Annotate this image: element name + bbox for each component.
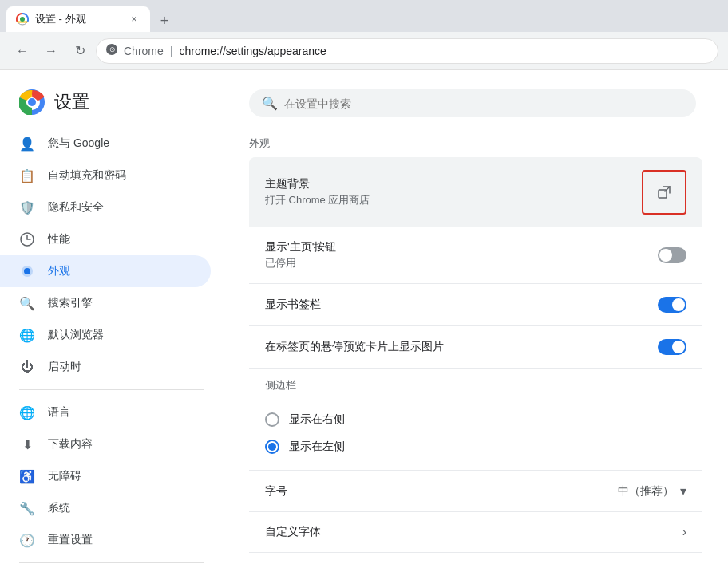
theme-row[interactable]: 主题背景 打开 Chrome 应用商店 <box>249 157 702 227</box>
search-icon: 🔍 <box>262 96 278 111</box>
svg-point-10 <box>24 268 30 274</box>
toggle-thumb-3 <box>672 341 685 353</box>
sidebar-item-label-google: 您与 Google <box>48 136 109 151</box>
font-size-select[interactable]: 中（推荐） ▾ <box>618 483 686 499</box>
sidebar-item-reset[interactable]: 🕐 重置设置 <box>0 524 211 556</box>
sidebar-item-language[interactable]: 🌐 语言 <box>0 396 211 428</box>
svg-point-7 <box>28 98 36 106</box>
radio-circle-left <box>265 440 279 454</box>
sidebar-item-google[interactable]: 👤 您与 Google <box>0 128 211 160</box>
address-url: chrome://settings/appearance <box>179 45 326 57</box>
tab-hover-toggle[interactable] <box>658 339 686 355</box>
sidebar-item-label-downloads: 下载内容 <box>48 437 93 452</box>
font-size-info: 字号 <box>265 484 618 499</box>
back-button[interactable]: ← <box>10 38 35 64</box>
font-size-chevron-icon: ▾ <box>680 483 686 499</box>
sidebar: 设置 👤 您与 Google 📋 自动填充和密码 🛡️ 隐私和安全 <box>0 70 224 564</box>
tab-favicon <box>16 13 29 26</box>
sidebar-item-downloads[interactable]: ⬇ 下载内容 <box>0 428 211 460</box>
autofill-icon: 📋 <box>19 168 35 183</box>
toggle-thumb <box>659 249 672 262</box>
home-button-toggle[interactable] <box>658 247 686 263</box>
address-lock-icon: ⊙ <box>106 44 117 57</box>
bookmarks-bar-toggle[interactable] <box>658 297 686 313</box>
startup-icon: ⏻ <box>19 359 35 375</box>
home-button-info: 显示'主页'按钮 已停用 <box>265 240 658 270</box>
settings-page-title: 设置 <box>54 90 89 114</box>
sidebar-item-label-language: 语言 <box>48 405 70 420</box>
downloads-icon: ⬇ <box>19 436 35 452</box>
sidebar-subsection-label-row: 侧边栏 <box>249 369 702 396</box>
font-size-row[interactable]: 字号 中（推荐） ▾ <box>249 471 702 512</box>
theme-title: 主题背景 <box>265 177 642 191</box>
google-icon: 👤 <box>19 136 35 152</box>
sidebar-item-label-privacy: 隐私和安全 <box>48 200 104 215</box>
tab-hover-action <box>658 339 686 355</box>
home-button-action <box>658 247 686 263</box>
svg-text:⊙: ⊙ <box>109 45 116 53</box>
tab-hover-title: 在标签页的悬停预览卡片上显示图片 <box>265 340 658 354</box>
font-size-title: 字号 <box>265 484 618 499</box>
tab-bar: 设置 - 外观 × + <box>0 0 728 32</box>
custom-font-info: 自定义字体 <box>265 525 682 539</box>
main-content: 设置 👤 您与 Google 📋 自动填充和密码 🛡️ 隐私和安全 <box>0 70 728 564</box>
custom-font-title: 自定义字体 <box>265 525 682 539</box>
sidebar-item-startup[interactable]: ⏻ 启动时 <box>0 351 211 383</box>
sidebar-item-label-browser: 默认浏览器 <box>48 328 104 342</box>
radio-option-left[interactable]: 显示在左侧 <box>265 433 686 460</box>
tab-hover-info: 在标签页的悬停预览卡片上显示图片 <box>265 340 658 354</box>
bookmarks-bar-title: 显示书签栏 <box>265 298 658 312</box>
zoom-row[interactable]: 网页缩放 100% ▾ <box>249 553 702 564</box>
sidebar-item-label-autofill: 自动填充和密码 <box>48 168 126 183</box>
svg-point-1 <box>20 17 25 22</box>
chrome-logo <box>19 89 45 115</box>
address-bar[interactable]: ⊙ Chrome | chrome://settings/appearance <box>96 38 718 64</box>
nav-bar: ← → ↻ ⊙ Chrome | chrome://settings/appea… <box>0 32 728 70</box>
section-label: 外观 <box>249 136 702 151</box>
privacy-icon: 🛡️ <box>19 199 35 215</box>
refresh-button[interactable]: ↻ <box>67 38 93 64</box>
radio-label-right: 显示在右侧 <box>289 412 345 427</box>
custom-font-row[interactable]: 自定义字体 › <box>249 512 702 553</box>
settings-content: 🔍 外观 主题背景 打开 Chrome 应用商店 <box>224 70 728 564</box>
sidebar-item-appearance[interactable]: 外观 <box>0 255 211 287</box>
sidebar-subsection-label: 侧边栏 <box>265 378 296 392</box>
sidebar-item-performance[interactable]: 性能 <box>0 223 211 255</box>
search-bar-container: 🔍 <box>249 89 702 117</box>
reset-icon: 🕐 <box>19 532 35 548</box>
sidebar-item-system[interactable]: 🔧 系统 <box>0 492 211 524</box>
tab-hover-row: 在标签页的悬停预览卡片上显示图片 <box>249 326 702 369</box>
font-size-value: 中（推荐） <box>618 484 674 499</box>
forward-button[interactable]: → <box>38 38 64 64</box>
theme-external-link-button[interactable] <box>642 170 686 215</box>
default-browser-icon: 🌐 <box>19 327 35 343</box>
sidebar-item-label-reset: 重置设置 <box>48 533 93 547</box>
bookmarks-bar-action <box>658 297 686 313</box>
performance-icon <box>19 231 35 247</box>
radio-label-left: 显示在左侧 <box>289 440 345 454</box>
appearance-icon <box>19 263 35 279</box>
theme-row-info: 主题背景 打开 Chrome 应用商店 <box>265 177 642 207</box>
search-input[interactable] <box>284 97 683 110</box>
home-button-title: 显示'主页'按钮 <box>265 240 658 254</box>
system-icon: 🔧 <box>19 500 35 516</box>
language-icon: 🌐 <box>19 404 35 420</box>
search-engine-icon: 🔍 <box>19 295 35 311</box>
address-separator: | <box>170 45 173 57</box>
sidebar-item-default-browser[interactable]: 🌐 默认浏览器 <box>0 319 211 351</box>
new-tab-button[interactable]: + <box>153 10 176 32</box>
sidebar-item-label-system: 系统 <box>48 501 70 515</box>
tab-close-btn[interactable]: × <box>128 13 140 26</box>
sidebar-item-accessibility[interactable]: ♿ 无障碍 <box>0 460 211 492</box>
sidebar-item-autofill[interactable]: 📋 自动填充和密码 <box>0 160 211 191</box>
radio-circle-right <box>265 412 279 427</box>
home-button-subtitle: 已停用 <box>265 256 658 270</box>
radio-option-right[interactable]: 显示在右侧 <box>265 406 686 433</box>
sidebar-item-privacy[interactable]: 🛡️ 隐私和安全 <box>0 191 211 223</box>
sidebar-item-label-appearance: 外观 <box>48 264 70 278</box>
active-tab[interactable]: 设置 - 外观 × <box>6 6 150 32</box>
sidebar-item-search[interactable]: 🔍 搜索引擎 <box>0 287 211 319</box>
settings-header: 设置 <box>0 83 224 128</box>
home-button-row: 显示'主页'按钮 已停用 <box>249 227 702 284</box>
bookmarks-bar-info: 显示书签栏 <box>265 298 658 312</box>
